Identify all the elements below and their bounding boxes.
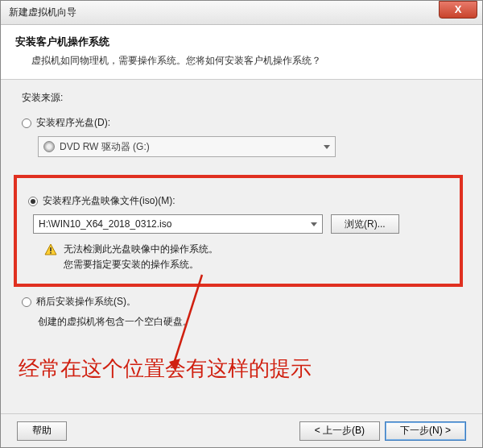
highlighted-iso-section: 安装程序光盘映像文件(iso)(M): H:\WIN10_X64_2018_03… xyxy=(14,175,463,287)
titlebar: 新建虚拟机向导 X xyxy=(1,1,482,25)
iso-warning: 无法检测此光盘映像中的操作系统。 您需要指定要安装的操作系统。 xyxy=(44,242,448,272)
option-iso-row[interactable]: 安装程序光盘映像文件(iso)(M): xyxy=(28,194,448,208)
annotation-text: 经常在这个位置会有这样的提示 xyxy=(19,355,461,383)
option-iso-label: 安装程序光盘映像文件(iso)(M): xyxy=(43,194,175,208)
iso-path-value: H:\WIN10_X64_2018_0312.iso xyxy=(39,218,171,230)
disc-drive-combo[interactable]: DVD RW 驱动器 (G:) xyxy=(38,136,336,157)
page-title: 安装客户机操作系统 xyxy=(15,35,468,49)
option-disc-label: 安装程序光盘(D): xyxy=(36,116,110,130)
header-panel: 安装客户机操作系统 虚拟机如同物理机，需要操作系统。您将如何安装客户机操作系统？ xyxy=(1,25,482,80)
dvd-icon xyxy=(43,141,55,152)
disc-drive-value: DVD RW 驱动器 (G:) xyxy=(60,140,150,154)
svg-rect-1 xyxy=(50,247,52,251)
option-disc-row[interactable]: 安装程序光盘(D): xyxy=(22,116,461,130)
page-subtitle: 虚拟机如同物理机，需要操作系统。您将如何安装客户机操作系统？ xyxy=(31,54,468,68)
footer: 帮助 < 上一步(B) 下一步(N) > xyxy=(1,413,482,447)
radio-iso[interactable] xyxy=(28,197,38,206)
option-later-label: 稍后安装操作系统(S)。 xyxy=(36,295,136,309)
option-later-row[interactable]: 稍后安装操作系统(S)。 xyxy=(22,295,461,309)
radio-later[interactable] xyxy=(22,297,31,307)
help-button[interactable]: 帮助 xyxy=(17,421,67,441)
content-area: 安装来源: 安装程序光盘(D): DVD RW 驱动器 (G:) 安装程序光盘映… xyxy=(1,80,482,383)
warning-icon xyxy=(44,243,57,256)
window-title: 新建虚拟机向导 xyxy=(9,6,76,19)
wizard-window: 新建虚拟机向导 X 安装客户机操作系统 虚拟机如同物理机，需要操作系统。您将如何… xyxy=(0,0,483,448)
browse-button[interactable]: 浏览(R)... xyxy=(331,214,399,234)
iso-path-combo[interactable]: H:\WIN10_X64_2018_0312.iso xyxy=(33,214,323,234)
radio-disc[interactable] xyxy=(22,118,31,128)
back-button[interactable]: < 上一步(B) xyxy=(299,421,380,441)
chevron-down-icon xyxy=(324,145,330,149)
iso-warning-text: 无法检测此光盘映像中的操作系统。 您需要指定要安装的操作系统。 xyxy=(64,242,218,272)
svg-rect-2 xyxy=(50,252,52,254)
next-button[interactable]: 下一步(N) > xyxy=(385,421,466,441)
source-label: 安装来源: xyxy=(22,91,461,105)
close-button[interactable]: X xyxy=(439,1,477,19)
option-later-hint: 创建的虚拟机将包含一个空白硬盘。 xyxy=(38,315,461,329)
chevron-down-icon xyxy=(311,222,317,226)
